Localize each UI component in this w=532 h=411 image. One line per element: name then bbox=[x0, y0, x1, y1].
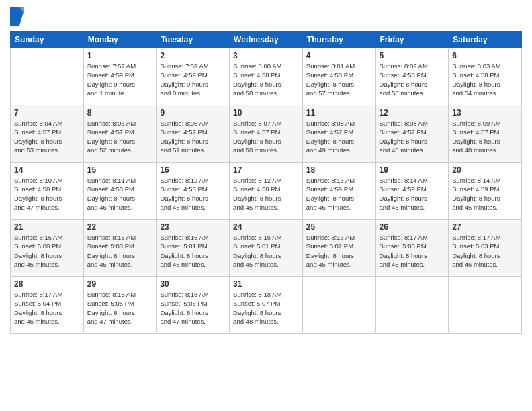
calendar-cell: 30Sunrise: 8:18 AM Sunset: 5:06 PM Dayli… bbox=[157, 277, 230, 334]
day-info: Sunrise: 8:14 AM Sunset: 4:59 PM Dayligh… bbox=[452, 176, 518, 212]
calendar-cell: 22Sunrise: 8:15 AM Sunset: 5:00 PM Dayli… bbox=[83, 220, 157, 277]
day-number: 13 bbox=[452, 108, 518, 118]
calendar-cell: 8Sunrise: 8:05 AM Sunset: 4:57 PM Daylig… bbox=[83, 105, 157, 163]
day-number: 9 bbox=[160, 108, 226, 118]
day-number: 20 bbox=[452, 165, 518, 175]
day-info: Sunrise: 8:00 AM Sunset: 4:58 PM Dayligh… bbox=[233, 62, 299, 97]
day-info: Sunrise: 8:12 AM Sunset: 4:58 PM Dayligh… bbox=[160, 176, 226, 212]
calendar-cell: 29Sunrise: 8:18 AM Sunset: 5:05 PM Dayli… bbox=[83, 277, 157, 334]
day-info: Sunrise: 7:57 AM Sunset: 4:59 PM Dayligh… bbox=[87, 62, 153, 97]
day-info: Sunrise: 8:05 AM Sunset: 4:57 PM Dayligh… bbox=[87, 119, 153, 154]
day-number: 14 bbox=[14, 165, 80, 175]
day-info: Sunrise: 8:01 AM Sunset: 4:58 PM Dayligh… bbox=[306, 62, 372, 97]
day-info: Sunrise: 8:15 AM Sunset: 5:00 PM Dayligh… bbox=[87, 233, 153, 269]
calendar-cell: 17Sunrise: 8:12 AM Sunset: 4:58 PM Dayli… bbox=[230, 163, 303, 220]
day-number: 11 bbox=[306, 108, 372, 118]
calendar-cell: 9Sunrise: 8:06 AM Sunset: 4:57 PM Daylig… bbox=[157, 105, 230, 163]
header-cell-monday: Monday bbox=[83, 32, 157, 48]
day-info: Sunrise: 8:17 AM Sunset: 5:03 PM Dayligh… bbox=[452, 233, 518, 269]
day-info: Sunrise: 8:04 AM Sunset: 4:57 PM Dayligh… bbox=[14, 119, 80, 154]
day-number: 19 bbox=[380, 165, 445, 175]
calendar-cell: 7Sunrise: 8:04 AM Sunset: 4:57 PM Daylig… bbox=[11, 105, 84, 163]
calendar-cell: 13Sunrise: 8:09 AM Sunset: 4:57 PM Dayli… bbox=[449, 105, 522, 163]
calendar-cell: 25Sunrise: 8:16 AM Sunset: 5:02 PM Dayli… bbox=[302, 220, 375, 277]
day-info: Sunrise: 8:16 AM Sunset: 5:02 PM Dayligh… bbox=[306, 233, 372, 269]
day-number: 1 bbox=[87, 51, 153, 60]
calendar-cell: 5Sunrise: 8:02 AM Sunset: 4:58 PM Daylig… bbox=[375, 48, 449, 105]
calendar-cell: 20Sunrise: 8:14 AM Sunset: 4:59 PM Dayli… bbox=[449, 163, 522, 220]
calendar-table: SundayMondayTuesdayWednesdayThursdayFrid… bbox=[10, 31, 522, 334]
day-info: Sunrise: 7:59 AM Sunset: 4:59 PM Dayligh… bbox=[160, 62, 226, 97]
day-number: 25 bbox=[306, 222, 372, 232]
header bbox=[10, 7, 522, 26]
day-number: 4 bbox=[306, 51, 372, 60]
svg-marker-0 bbox=[10, 7, 24, 26]
calendar-cell: 14Sunrise: 8:10 AM Sunset: 4:58 PM Dayli… bbox=[11, 163, 84, 220]
calendar-cell: 12Sunrise: 8:08 AM Sunset: 4:57 PM Dayli… bbox=[375, 105, 449, 163]
day-number: 29 bbox=[87, 279, 153, 289]
day-info: Sunrise: 8:06 AM Sunset: 4:57 PM Dayligh… bbox=[160, 119, 226, 154]
day-info: Sunrise: 8:02 AM Sunset: 4:58 PM Dayligh… bbox=[380, 62, 445, 97]
day-info: Sunrise: 8:07 AM Sunset: 4:57 PM Dayligh… bbox=[233, 119, 299, 154]
header-row: SundayMondayTuesdayWednesdayThursdayFrid… bbox=[11, 32, 522, 48]
day-info: Sunrise: 8:08 AM Sunset: 4:57 PM Dayligh… bbox=[380, 119, 445, 154]
day-number: 15 bbox=[87, 165, 153, 175]
calendar-cell: 21Sunrise: 8:15 AM Sunset: 5:00 PM Dayli… bbox=[11, 220, 84, 277]
calendar-cell: 31Sunrise: 8:18 AM Sunset: 5:07 PM Dayli… bbox=[230, 277, 303, 334]
header-cell-thursday: Thursday bbox=[302, 32, 375, 48]
day-info: Sunrise: 8:17 AM Sunset: 5:03 PM Dayligh… bbox=[380, 233, 445, 269]
calendar-cell bbox=[449, 277, 522, 334]
day-info: Sunrise: 8:18 AM Sunset: 5:05 PM Dayligh… bbox=[87, 290, 153, 326]
day-number: 18 bbox=[306, 165, 372, 175]
week-row-1: 1Sunrise: 7:57 AM Sunset: 4:59 PM Daylig… bbox=[11, 48, 522, 105]
day-info: Sunrise: 8:18 AM Sunset: 5:06 PM Dayligh… bbox=[160, 290, 226, 326]
day-info: Sunrise: 8:16 AM Sunset: 5:01 PM Dayligh… bbox=[160, 233, 226, 269]
day-info: Sunrise: 8:16 AM Sunset: 5:01 PM Dayligh… bbox=[233, 233, 299, 269]
header-cell-wednesday: Wednesday bbox=[230, 32, 303, 48]
logo bbox=[10, 7, 26, 26]
page: SundayMondayTuesdayWednesdayThursdayFrid… bbox=[0, 0, 532, 411]
day-info: Sunrise: 8:08 AM Sunset: 4:57 PM Dayligh… bbox=[306, 119, 372, 154]
calendar-cell: 10Sunrise: 8:07 AM Sunset: 4:57 PM Dayli… bbox=[230, 105, 303, 163]
calendar-cell: 23Sunrise: 8:16 AM Sunset: 5:01 PM Dayli… bbox=[157, 220, 230, 277]
day-number: 17 bbox=[233, 165, 299, 175]
day-number: 28 bbox=[14, 279, 80, 289]
day-number: 30 bbox=[160, 279, 226, 289]
day-number: 8 bbox=[87, 108, 153, 118]
day-info: Sunrise: 8:12 AM Sunset: 4:58 PM Dayligh… bbox=[233, 176, 299, 212]
day-number: 10 bbox=[233, 108, 299, 118]
day-number: 27 bbox=[452, 222, 518, 232]
calendar-cell: 16Sunrise: 8:12 AM Sunset: 4:58 PM Dayli… bbox=[157, 163, 230, 220]
calendar-cell bbox=[11, 48, 84, 105]
header-cell-friday: Friday bbox=[375, 32, 449, 48]
calendar-cell: 4Sunrise: 8:01 AM Sunset: 4:58 PM Daylig… bbox=[302, 48, 375, 105]
day-info: Sunrise: 8:11 AM Sunset: 4:58 PM Dayligh… bbox=[87, 176, 153, 212]
calendar-cell: 19Sunrise: 8:14 AM Sunset: 4:59 PM Dayli… bbox=[375, 163, 449, 220]
day-info: Sunrise: 8:13 AM Sunset: 4:59 PM Dayligh… bbox=[306, 176, 372, 212]
day-number: 6 bbox=[452, 51, 518, 60]
week-row-4: 21Sunrise: 8:15 AM Sunset: 5:00 PM Dayli… bbox=[11, 220, 522, 277]
calendar-cell: 15Sunrise: 8:11 AM Sunset: 4:58 PM Dayli… bbox=[83, 163, 157, 220]
day-number: 7 bbox=[14, 108, 80, 118]
day-number: 16 bbox=[160, 165, 226, 175]
day-info: Sunrise: 8:17 AM Sunset: 5:04 PM Dayligh… bbox=[14, 290, 80, 326]
calendar-cell: 27Sunrise: 8:17 AM Sunset: 5:03 PM Dayli… bbox=[449, 220, 522, 277]
day-info: Sunrise: 8:09 AM Sunset: 4:57 PM Dayligh… bbox=[452, 119, 518, 154]
calendar-cell: 18Sunrise: 8:13 AM Sunset: 4:59 PM Dayli… bbox=[302, 163, 375, 220]
calendar-cell bbox=[375, 277, 449, 334]
logo-icon bbox=[10, 7, 24, 26]
calendar-cell: 26Sunrise: 8:17 AM Sunset: 5:03 PM Dayli… bbox=[375, 220, 449, 277]
calendar-cell: 28Sunrise: 8:17 AM Sunset: 5:04 PM Dayli… bbox=[11, 277, 84, 334]
day-number: 21 bbox=[14, 222, 80, 232]
calendar-cell bbox=[302, 277, 375, 334]
header-cell-saturday: Saturday bbox=[449, 32, 522, 48]
day-number: 23 bbox=[160, 222, 226, 232]
header-cell-sunday: Sunday bbox=[11, 32, 84, 48]
day-number: 22 bbox=[87, 222, 153, 232]
calendar-cell: 1Sunrise: 7:57 AM Sunset: 4:59 PM Daylig… bbox=[83, 48, 157, 105]
week-row-5: 28Sunrise: 8:17 AM Sunset: 5:04 PM Dayli… bbox=[11, 277, 522, 334]
day-info: Sunrise: 8:18 AM Sunset: 5:07 PM Dayligh… bbox=[233, 290, 299, 326]
calendar-cell: 6Sunrise: 8:03 AM Sunset: 4:58 PM Daylig… bbox=[449, 48, 522, 105]
day-number: 31 bbox=[233, 279, 299, 289]
day-info: Sunrise: 8:14 AM Sunset: 4:59 PM Dayligh… bbox=[380, 176, 445, 212]
